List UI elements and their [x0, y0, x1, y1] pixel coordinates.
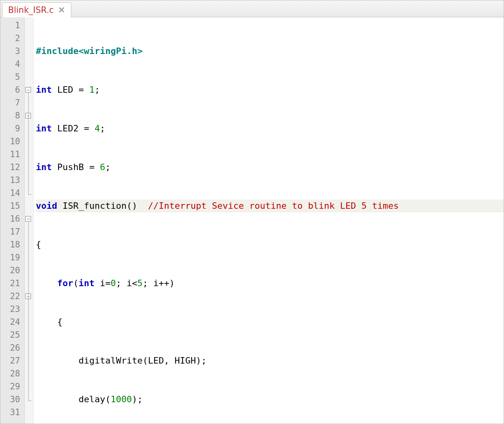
code-line[interactable]: int LED2 = 4;	[36, 122, 504, 135]
fold-end-icon	[28, 398, 31, 401]
line-number: 15	[0, 200, 20, 212]
line-number: 25	[0, 328, 20, 341]
line-number: 19	[0, 251, 20, 264]
comment: //Interrupt Sevice routine to blink LED …	[148, 201, 399, 211]
file-tab[interactable]: Blink_ISR.c ✕	[2, 2, 71, 17]
line-number: 14	[0, 187, 20, 200]
line-number: 5	[0, 71, 20, 83]
code-line[interactable]: #include<wiringPi.h>	[36, 45, 504, 58]
line-number: 7	[0, 96, 20, 109]
close-icon[interactable]: ✕	[58, 5, 65, 15]
line-number: 8	[0, 109, 20, 122]
tab-bar: Blink_ISR.c ✕	[0, 0, 504, 17]
line-number: 6	[0, 83, 20, 96]
fold-toggle-icon[interactable]: −	[25, 216, 31, 222]
line-number: 24	[0, 316, 20, 328]
fold-end-icon	[28, 191, 31, 195]
line-number: 16	[0, 212, 20, 225]
line-number: 2	[0, 32, 20, 45]
fold-guide-line	[28, 93, 29, 192]
code-line-current[interactable]: void ISR_function() //Interrupt Sevice r…	[36, 200, 504, 212]
code-line[interactable]: digitalWrite(LED, HIGH);	[36, 354, 504, 367]
line-number: 22	[0, 290, 20, 303]
line-number: 29	[0, 380, 20, 393]
fold-toggle-icon[interactable]: −	[25, 87, 31, 93]
line-number: 9	[0, 122, 20, 135]
line-number: 10	[0, 135, 20, 148]
line-number: 26	[0, 341, 20, 354]
preprocessor-directive: #include<wiringPi.h>	[36, 46, 143, 56]
line-number: 28	[0, 367, 20, 380]
line-number: 13	[0, 174, 20, 187]
line-number: 12	[0, 161, 20, 174]
line-number: 27	[0, 354, 20, 367]
code-line[interactable]: int PushB = 6;	[36, 161, 504, 174]
code-editor[interactable]: 1 2 3 4 5 6 7 8 9 10 11 12 13 14 15 16 1…	[0, 17, 504, 424]
code-line[interactable]: int LED = 1;	[36, 83, 504, 96]
line-number: 18	[0, 238, 20, 251]
line-number: 3	[0, 45, 20, 58]
line-number: 17	[0, 225, 20, 238]
line-number: 11	[0, 148, 20, 161]
code-line[interactable]: {	[36, 316, 504, 328]
line-number: 30	[0, 393, 20, 406]
line-number: 23	[0, 303, 20, 316]
fold-column: −−−−	[25, 17, 33, 424]
code-line[interactable]: {	[36, 238, 504, 251]
line-number: 1	[0, 19, 20, 32]
line-number-gutter: 1 2 3 4 5 6 7 8 9 10 11 12 13 14 15 16 1…	[0, 17, 25, 424]
fold-guide-line	[28, 222, 29, 398]
code-line[interactable]: for(int i=0; i<5; i++)	[36, 277, 504, 290]
code-area[interactable]: #include<wiringPi.h> int LED = 1; int LE…	[33, 17, 504, 424]
line-number: 20	[0, 264, 20, 277]
line-number: 4	[0, 58, 20, 71]
code-line[interactable]: delay(1000);	[36, 393, 504, 406]
line-number: 21	[0, 277, 20, 290]
tab-filename: Blink_ISR.c	[8, 5, 54, 15]
line-number: 31	[0, 406, 20, 419]
